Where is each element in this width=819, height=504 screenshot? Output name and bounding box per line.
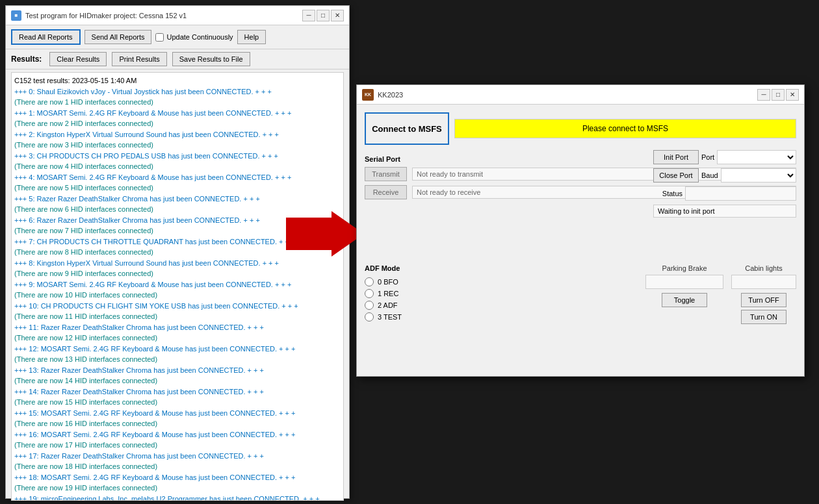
log-line: +++ 19: microEngineering Labs, Inc. mela… <box>14 494 341 501</box>
app-icon2: KK <box>362 89 374 101</box>
minimize-button2[interactable]: ─ <box>757 89 770 101</box>
window1-title: Test program for HIDmaker project: Cessn… <box>25 12 187 19</box>
toggle-button[interactable]: Toggle <box>662 293 707 307</box>
adf-radio-3[interactable] <box>365 312 374 321</box>
log-line: (There are now 1 HID interfaces connecte… <box>14 97 341 108</box>
transmit-button[interactable]: Transmit <box>365 167 407 181</box>
read-all-reports-button[interactable]: Read All Reports <box>11 29 81 45</box>
svg-marker-0 <box>286 211 364 257</box>
log-line: +++ 3: CH PRODUCTS CH PRO PEDALS USB has… <box>14 151 341 162</box>
adf-mode-title: ADF Mode <box>365 264 638 272</box>
log-line: (There are now 14 HID interfaces connect… <box>14 375 341 386</box>
baud-select[interactable] <box>721 168 796 183</box>
titlebar1: ■ Test program for HIDmaker project: Ces… <box>6 6 349 25</box>
adf-label-2: 2 ADF <box>378 301 398 309</box>
close-button1[interactable]: ✕ <box>331 10 344 21</box>
adf-label-3: 3 TEST <box>378 313 402 321</box>
adf-label-1: 1 REC <box>378 290 398 297</box>
save-results-button[interactable]: Save Results to File <box>172 52 250 66</box>
baud-label: Baud <box>701 171 718 179</box>
log-line: +++ 11: Razer Razer DeathStalker Chroma … <box>14 322 341 333</box>
log-line: (There are now 2 HID interfaces connecte… <box>14 118 341 129</box>
connect-section: Connect to MSFS Please connect to MSFS <box>365 112 796 145</box>
toolbar1: Read All Reports Send All Reports Update… <box>6 25 349 49</box>
adf-option-0[interactable]: 0 BFO <box>365 277 638 286</box>
results-bar: Results: Clear Results Print Results Sav… <box>6 49 349 69</box>
log-line: (There are now 13 HID interfaces connect… <box>14 354 341 365</box>
adf-option-3[interactable]: 3 TEST <box>365 312 638 321</box>
log-line: (There are now 19 HID interfaces connect… <box>14 483 341 494</box>
adf-radio-group: 0 BFO 1 REC 2 ADF 3 TEST <box>365 277 638 321</box>
clear-results-button[interactable]: Clear Results <box>49 52 107 66</box>
maximize-button2[interactable]: □ <box>772 89 785 101</box>
log-line: +++ 16: MOSART Semi. 2.4G RF Keyboard & … <box>14 429 341 440</box>
arrow-indicator <box>286 208 364 260</box>
close-port-button[interactable]: Close Port <box>653 168 699 183</box>
init-port-button[interactable]: Init Port <box>653 150 699 164</box>
log-line: +++ 4: MOSART Semi. 2.4G RF Keyboard & M… <box>14 172 341 183</box>
adf-radio-1[interactable] <box>365 289 374 298</box>
log-line: +++ 14: Razer Razer DeathStalker Chroma … <box>14 386 341 397</box>
parking-brake-section: Parking Brake Toggle <box>645 264 723 327</box>
receive-button[interactable]: Receive <box>365 185 407 199</box>
window2-body: Connect to MSFS Please connect to MSFS S… <box>357 105 804 334</box>
log-line: +++ 5: Razer Razer DeathStalker Chroma h… <box>14 194 341 205</box>
window2: KK KK2023 ─ □ ✕ Connect to MSFS Please c… <box>356 84 805 377</box>
log-line: +++ 15: MOSART Semi. 2.4G RF Keyboard & … <box>14 408 341 419</box>
log-line: +++ 18: MOSART Semi. 2.4G RF Keyboard & … <box>14 472 341 483</box>
log-line: C152 test results: 2023-05-15 1:40 AM <box>14 75 341 86</box>
close-button2[interactable]: ✕ <box>786 89 799 101</box>
log-line: (There are now 18 HID interfaces connect… <box>14 461 341 472</box>
cabin-lights-title: Cabin lights <box>731 264 796 272</box>
adf-option-1[interactable]: 1 REC <box>365 289 638 298</box>
log-line: +++ 9: MOSART Semi. 2.4G RF Keyboard & M… <box>14 279 341 290</box>
log-line: +++ 1: MOSART Semi. 2.4G RF Keyboard & M… <box>14 108 341 119</box>
titlebar2: KK KK2023 ─ □ ✕ <box>357 85 804 105</box>
log-line: (There are now 11 HID interfaces connect… <box>14 311 341 322</box>
msfs-status-display: Please connect to MSFS <box>454 119 796 138</box>
maximize-button1[interactable]: □ <box>317 10 330 21</box>
adf-mode-section: ADF Mode 0 BFO 1 REC 2 ADF <box>365 264 638 327</box>
connect-to-msfs-button[interactable]: Connect to MSFS <box>365 112 449 145</box>
adf-radio-2[interactable] <box>365 301 374 310</box>
adf-label-0: 0 BFO <box>378 278 398 286</box>
parking-brake-input <box>645 275 723 289</box>
log-line: +++ 13: Razer Razer DeathStalker Chroma … <box>14 365 341 376</box>
log-line: (There are now 16 HID interfaces connect… <box>14 418 341 429</box>
results-content[interactable]: C152 test results: 2023-05-15 1:40 AM+++… <box>11 72 344 501</box>
cabin-lights-input <box>731 275 796 289</box>
port-label: Port <box>701 153 714 161</box>
update-continuously-checkbox-label[interactable]: Update Continuously <box>155 33 233 42</box>
log-line: (There are now 17 HID interfaces connect… <box>14 440 341 451</box>
log-line: (There are now 4 HID interfaces connecte… <box>14 161 341 172</box>
waiting-status-input <box>653 205 796 218</box>
window2-title: KK2023 <box>378 91 403 99</box>
log-line: (There are now 5 HID interfaces connecte… <box>14 183 341 194</box>
help-button[interactable]: Help <box>237 30 266 44</box>
results-label: Results: <box>11 55 42 64</box>
log-line: +++ 0: Shaul Eizikovich vJoy - Virtual J… <box>14 86 341 97</box>
cabin-lights-section: Cabin lights Turn OFF Turn ON <box>731 264 796 327</box>
log-line: +++ 17: Razer Razer DeathStalker Chroma … <box>14 451 341 462</box>
log-line: (There are now 3 HID interfaces connecte… <box>14 140 341 151</box>
turnon-button[interactable]: Turn ON <box>741 310 786 324</box>
status-value-input <box>685 186 796 201</box>
log-line: (There are now 12 HID interfaces connect… <box>14 333 341 344</box>
port-select[interactable] <box>717 150 796 164</box>
turnoff-button[interactable]: Turn OFF <box>741 293 786 307</box>
adf-radio-0[interactable] <box>365 277 374 286</box>
log-line: (There are now 9 HID interfaces connecte… <box>14 268 341 279</box>
parking-brake-title: Parking Brake <box>645 264 723 272</box>
update-continuously-label: Update Continuously <box>166 33 233 41</box>
log-line: +++ 12: MOSART Semi. 2.4G RF Keyboard & … <box>14 344 341 355</box>
update-continuously-checkbox[interactable] <box>155 33 164 42</box>
send-all-reports-button[interactable]: Send All Reports <box>84 30 152 44</box>
adf-option-2[interactable]: 2 ADF <box>365 301 638 310</box>
log-line: (There are now 10 HID interfaces connect… <box>14 290 341 301</box>
bottom-section: ADF Mode 0 BFO 1 REC 2 ADF <box>365 264 796 327</box>
log-line: (There are now 15 HID interfaces connect… <box>14 397 341 408</box>
app-icon1: ■ <box>11 10 21 21</box>
print-results-button[interactable]: Print Results <box>112 52 166 66</box>
minimize-button1[interactable]: ─ <box>302 10 315 21</box>
status-label: Status <box>653 190 682 197</box>
